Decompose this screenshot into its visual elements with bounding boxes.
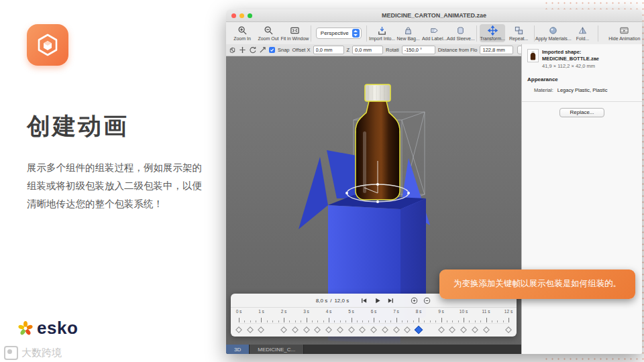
shape-thumbnail [527, 49, 539, 62]
add-sleeve-button[interactable]: Add Sleeve... [448, 24, 474, 42]
transform-label: Transform... [480, 36, 504, 41]
keyframe-marker[interactable] [359, 326, 366, 333]
axis-cube-tool-button[interactable] [229, 46, 236, 55]
material-value: Legacy Plastic, Plastic [557, 87, 608, 93]
ruler-label: 4 s [326, 309, 332, 314]
studio-app-logo [27, 24, 68, 66]
offset-z-input[interactable] [352, 46, 383, 54]
add-label-button[interactable]: Add Label... [422, 24, 447, 42]
new-bag-button[interactable]: New Bag... [396, 24, 421, 42]
timeline-ruler[interactable]: 0 s1 s2 s3 s4 s5 s6 s7 s8 s9 s10 s11 s12… [239, 308, 508, 323]
tab-medicine-carton[interactable]: MEDICINE_C... [250, 345, 304, 354]
keyframe-marker[interactable] [438, 326, 445, 333]
keyframe-marker[interactable] [348, 326, 355, 333]
next-icon [387, 297, 394, 304]
import-into-button[interactable]: Import Into... [370, 24, 395, 42]
keyframe-marker[interactable] [258, 326, 265, 333]
offset-x-input[interactable] [313, 46, 344, 54]
pan-tool-button[interactable] [259, 46, 266, 55]
offset-z-label: Z [347, 47, 350, 53]
play-button[interactable] [373, 296, 382, 305]
keyframe-marker[interactable] [393, 326, 400, 333]
keyframe-marker[interactable] [235, 326, 242, 333]
zoom-in-icon [237, 25, 248, 36]
fit-in-window-label: Fit in Window [280, 36, 309, 41]
keyframe-marker[interactable] [247, 326, 254, 333]
bottle-thumbnail-icon [530, 51, 536, 60]
ruler-label: 1 s [258, 309, 264, 314]
keyframe-marker[interactable] [382, 326, 388, 333]
rotation-input[interactable] [402, 46, 435, 54]
snap-checkbox[interactable] [269, 47, 275, 53]
hide-animation-icon [619, 25, 629, 36]
perspective-select[interactable]: Perspective [316, 27, 362, 39]
keyframe-marker[interactable] [325, 326, 332, 333]
hide-animation-button[interactable]: Hide Animation [610, 24, 639, 42]
fold-button[interactable]: Fold... [570, 24, 595, 42]
zoom-in-button[interactable]: Zoom In [229, 24, 255, 42]
page-description: 展示多个组件的组装过程，例如展示架的组装或将初级包装放入二级包装中，以便清晰地传… [27, 159, 205, 213]
timeline-zoom-out-button[interactable] [423, 296, 431, 305]
active-keyframe-marker[interactable] [415, 325, 423, 334]
replace-button[interactable]: Replace... [559, 108, 604, 117]
zoom-out-label: Zoom Out [258, 36, 278, 41]
keyframe-marker[interactable] [460, 326, 467, 333]
esko-brand-text: esko [37, 318, 78, 339]
ruler-label: 5 s [348, 309, 354, 314]
viewport-3d[interactable]: 8,0 s / 12,0 s [226, 56, 521, 345]
watermark-text: 大数跨境 [21, 347, 62, 359]
move-tool-button[interactable] [239, 46, 246, 55]
timeline-time-display: 8,0 s / 12,0 s [316, 298, 349, 304]
dropdown-arrows-icon [352, 29, 360, 38]
tab-medicine-carton-label: MEDICINE_C... [258, 347, 295, 353]
timeline-zoom-out-icon [423, 297, 431, 304]
distance-from-floor-label: Distance from Flo [438, 47, 478, 53]
keyframe-track[interactable] [239, 323, 508, 335]
ruler-label: 11 s [482, 309, 490, 314]
import-into-icon [377, 25, 387, 36]
fit-in-window-button[interactable]: Fit in Window [282, 24, 308, 42]
move-tool-icon [239, 46, 246, 54]
repeat-button[interactable]: Repeat... [506, 24, 531, 42]
toolbar-divider [598, 25, 598, 42]
keyframe-marker[interactable] [370, 326, 377, 333]
toolbar-divider [311, 25, 311, 42]
keyframe-marker[interactable] [472, 326, 478, 333]
keyframe-marker[interactable] [280, 326, 287, 333]
repeat-label: Repeat... [509, 36, 528, 41]
previous-keyframe-button[interactable] [360, 296, 368, 305]
keyframe-marker[interactable] [337, 326, 343, 333]
transform-button[interactable]: Transform... [480, 24, 505, 42]
keyframe-marker[interactable] [314, 326, 321, 333]
tab-3d[interactable]: 3D [226, 345, 250, 354]
transform-options-bar: Snap Offset X Z Rotati Distance from Flo… [226, 44, 521, 56]
repeat-icon [514, 25, 524, 36]
keyframe-marker[interactable] [449, 326, 455, 333]
ruler-label: 0 s [236, 309, 242, 314]
keyframe-marker[interactable] [404, 326, 411, 333]
keyframe-marker[interactable] [292, 326, 299, 333]
inspector-panel: Imported shape: MEDICINE_BOTTLE.zae 41,9… [521, 44, 642, 354]
page-title: 创建动画 [27, 111, 129, 142]
keyframe-marker[interactable] [303, 326, 310, 333]
window-titlebar[interactable]: MEDICINE_CARTON_ANIMATED.zae [226, 9, 642, 22]
ruler-label: 12 s [504, 309, 513, 314]
apply-materials-label: Apply Materials... [535, 36, 572, 41]
next-keyframe-button[interactable] [386, 296, 395, 305]
timeline-zoom-in-button[interactable] [410, 296, 419, 305]
ruler-label: 2 s [281, 309, 287, 314]
apply-materials-button[interactable]: Apply Materials... [537, 24, 569, 42]
ruler-label: 10 s [460, 309, 468, 314]
window-title: MEDICINE_CARTON_ANIMATED.zae [226, 12, 642, 19]
distance-from-floor-input[interactable] [480, 46, 513, 54]
animation-timeline: 8,0 s / 12,0 s [231, 294, 517, 337]
keyframe-marker[interactable] [505, 326, 512, 333]
zoom-out-button[interactable]: Zoom Out [256, 24, 281, 42]
toolbar-divider [366, 25, 367, 42]
ruler-label: 7 s [393, 309, 399, 314]
add-label-label: Add Label... [422, 36, 447, 41]
rotate-tool-button[interactable] [249, 46, 256, 55]
zoom-out-icon [264, 25, 274, 36]
keyframe-marker[interactable] [483, 326, 490, 333]
app-window: MEDICINE_CARTON_ANIMATED.zae Zoom In Zoo… [226, 9, 642, 354]
